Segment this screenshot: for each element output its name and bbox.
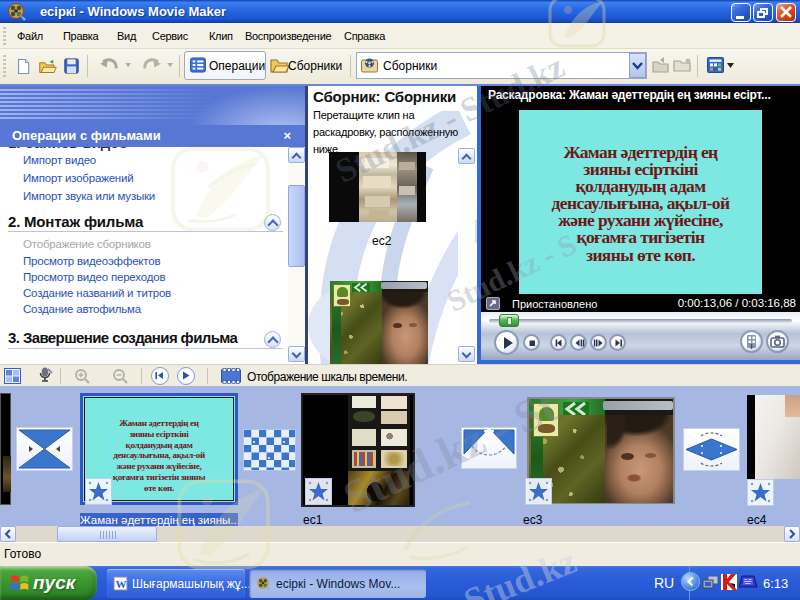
svg-text:W: W (115, 578, 126, 590)
